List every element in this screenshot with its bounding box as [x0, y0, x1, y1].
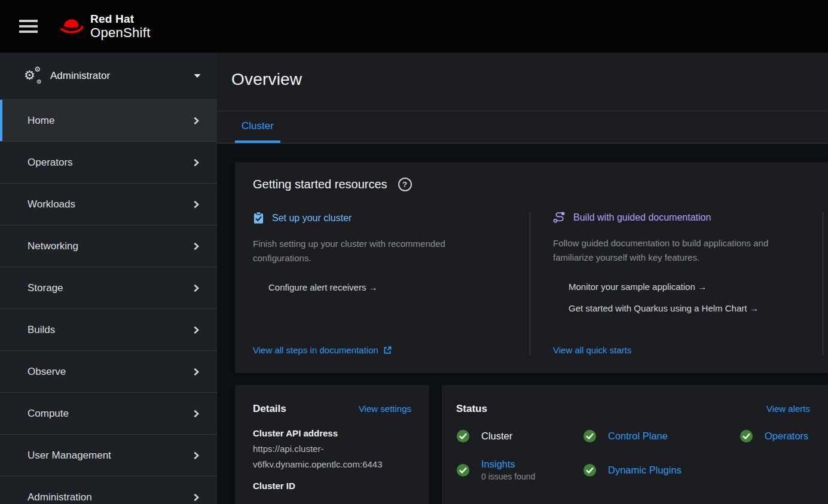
status-item-operators[interactable]: Operators: [740, 429, 810, 443]
chevron-right-icon: [192, 326, 200, 334]
chevron-right-icon: [192, 117, 200, 125]
chevron-right-icon: [192, 451, 200, 460]
tab-cluster[interactable]: Cluster: [235, 111, 280, 143]
chevron-right-icon: [192, 368, 200, 376]
help-icon[interactable]: ?: [398, 178, 412, 191]
chevron-right-icon: [192, 200, 200, 209]
sidebar-item-compute[interactable]: Compute: [0, 393, 217, 435]
guided-documentation-column: Build with guided documentation Follow g…: [530, 212, 823, 355]
status-item-dynamic-plugins[interactable]: Dynamic Plugins: [583, 459, 740, 481]
overview-content: Getting started resources ?: [217, 143, 828, 504]
check-circle-icon: [456, 463, 470, 477]
external-link-icon: [383, 346, 392, 355]
main-content: Overview Cluster Getting started resourc…: [217, 53, 828, 504]
page-header: Overview: [217, 53, 828, 111]
caret-down-icon: [194, 74, 201, 78]
redhat-openshift-logo: Red Hat OpenShift: [58, 13, 151, 39]
view-alerts-link[interactable]: View alerts: [766, 404, 810, 414]
status-card: Status View alerts Cluster: [442, 385, 828, 504]
monitor-sample-application-link[interactable]: Monitor your sample application →: [553, 280, 798, 294]
cluster-id-field: Cluster ID: [253, 481, 411, 491]
route-icon: [553, 212, 566, 224]
check-circle-icon: [583, 429, 597, 443]
view-all-quick-starts-link[interactable]: View all quick starts: [553, 345, 798, 355]
quarkus-helm-chart-link[interactable]: Get started with Quarkus using a Helm Ch…: [553, 301, 798, 316]
arrow-right-icon: →: [698, 282, 707, 292]
sidebar-nav: Home Operators Workloads Networking Stor…: [0, 100, 217, 504]
configure-alert-receivers-link[interactable]: Configure alert receivers →: [253, 280, 503, 295]
chevron-right-icon: [192, 410, 200, 418]
page-title: Overview: [231, 70, 828, 89]
details-title: Details: [253, 403, 286, 415]
sidebar-item-user-management[interactable]: User Management: [0, 435, 217, 476]
check-circle-icon: [583, 463, 597, 477]
redhat-fedora-icon: [58, 15, 85, 38]
chevron-right-icon: [192, 158, 200, 167]
brand-line1: Red Hat: [90, 13, 151, 25]
sidebar-item-home[interactable]: Home: [0, 100, 217, 142]
chevron-right-icon: [192, 493, 200, 502]
hamburger-icon: [19, 20, 38, 22]
clipped-third-column: [823, 212, 828, 355]
getting-started-card: Getting started resources ?: [235, 162, 828, 373]
check-circle-icon: [456, 429, 470, 443]
getting-started-title: Getting started resources: [253, 178, 387, 191]
sidebar-item-workloads[interactable]: Workloads: [0, 184, 217, 225]
chevron-right-icon: [192, 284, 200, 292]
perspective-label: Administrator: [50, 70, 110, 82]
sidebar-item-networking[interactable]: Networking: [0, 225, 217, 267]
setup-cluster-heading[interactable]: Set up your cluster: [253, 212, 503, 224]
openshift-console: Red Hat OpenShift ⚙ ⚙ ⚙ Administrator Ho…: [0, 0, 828, 504]
insights-issues-count: 0 issues found: [481, 472, 535, 481]
setup-cluster-column: Set up your cluster Finish setting up yo…: [253, 212, 530, 355]
sidebar: ⚙ ⚙ ⚙ Administrator Home Operators Workl…: [0, 53, 217, 504]
sidebar-item-administration[interactable]: Administration: [0, 476, 217, 504]
status-item-cluster: Cluster: [456, 429, 583, 443]
view-all-steps-link[interactable]: View all steps in documentation: [253, 345, 503, 355]
status-item-insights[interactable]: Insights 0 issues found: [456, 459, 583, 481]
masthead: Red Hat OpenShift: [0, 0, 828, 53]
sidebar-item-builds[interactable]: Builds: [0, 309, 217, 351]
clipboard-check-icon: [253, 212, 264, 224]
sidebar-item-operators[interactable]: Operators: [0, 142, 217, 184]
arrow-right-icon: →: [750, 303, 759, 313]
sidebar-item-storage[interactable]: Storage: [0, 267, 217, 309]
brand-line2: OpenShift: [90, 26, 151, 39]
cluster-api-address-value: https://api.cluster-v6fkv.dynamic.opentl…: [253, 441, 411, 472]
cogs-icon: ⚙ ⚙ ⚙: [24, 68, 42, 84]
guided-documentation-description: Follow guided documentation to build app…: [553, 236, 798, 265]
status-title: Status: [456, 403, 487, 415]
nav-toggle-button[interactable]: [17, 17, 40, 35]
view-settings-link[interactable]: View settings: [359, 404, 411, 414]
cluster-api-address-field: Cluster API address https://api.cluster-…: [253, 428, 411, 472]
check-circle-icon: [740, 429, 753, 443]
guided-documentation-heading[interactable]: Build with guided documentation: [553, 212, 798, 224]
sidebar-item-observe[interactable]: Observe: [0, 351, 217, 393]
chevron-right-icon: [192, 242, 200, 251]
tab-bar: Cluster: [217, 111, 828, 143]
perspective-switcher[interactable]: ⚙ ⚙ ⚙ Administrator: [0, 53, 217, 100]
setup-cluster-description: Finish setting up your cluster with reco…: [253, 237, 503, 265]
details-card: Details View settings Cluster API addres…: [235, 385, 429, 504]
arrow-right-icon: →: [369, 282, 378, 292]
status-item-control-plane[interactable]: Control Plane: [583, 429, 740, 443]
